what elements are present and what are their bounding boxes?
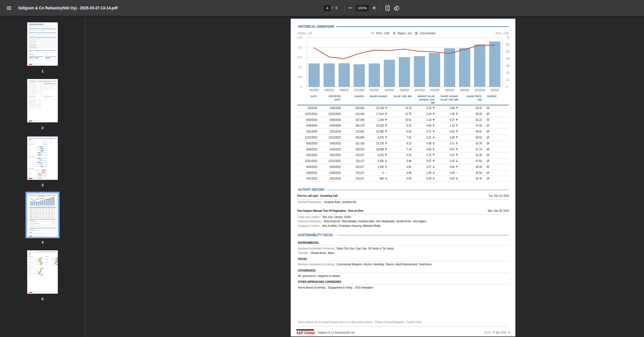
svg-text:6/30/2024: 6/30/2024 xyxy=(445,88,454,92)
svg-text:6/30/2022: 6/30/2022 xyxy=(324,88,334,92)
svg-text:3/31/2024: 3/31/2024 xyxy=(430,88,439,92)
svg-text:0.2: 0.2 xyxy=(299,46,302,49)
svg-text:70: 70 xyxy=(506,36,509,39)
svg-text:9/30/2022: 9/30/2022 xyxy=(340,88,349,92)
svg-text:0.25: 0.25 xyxy=(297,36,302,39)
svg-text:60: 60 xyxy=(506,43,509,46)
svg-text:0: 0 xyxy=(506,85,508,89)
svg-text:10: 10 xyxy=(506,78,509,82)
svg-text:9/30/2023: 9/30/2023 xyxy=(400,88,409,92)
svg-text:30: 30 xyxy=(506,64,509,67)
svg-text:3/31/2023: 3/31/2023 xyxy=(370,88,379,92)
svg-text:0.1: 0.1 xyxy=(299,65,302,69)
svg-text:3/31/2022: 3/31/2022 xyxy=(309,88,319,92)
svg-text:50: 50 xyxy=(506,50,509,53)
svg-text:0: 0 xyxy=(300,85,302,89)
svg-text:12/31/2022: 12/31/2022 xyxy=(354,88,364,92)
svg-text:12/31/2023: 12/31/2023 xyxy=(414,88,425,92)
svg-text:40: 40 xyxy=(506,57,509,60)
svg-text:9/30/2024: 9/30/2024 xyxy=(460,88,469,92)
svg-text:20: 20 xyxy=(506,71,509,74)
svg-text:0.15: 0.15 xyxy=(297,56,302,59)
svg-text:3/3/2025: 3/3/2025 xyxy=(491,88,499,92)
svg-text:0.05: 0.05 xyxy=(297,75,302,79)
svg-text:6/30/2023: 6/30/2023 xyxy=(385,88,394,92)
svg-text:12/31/2024: 12/31/2024 xyxy=(475,88,485,92)
